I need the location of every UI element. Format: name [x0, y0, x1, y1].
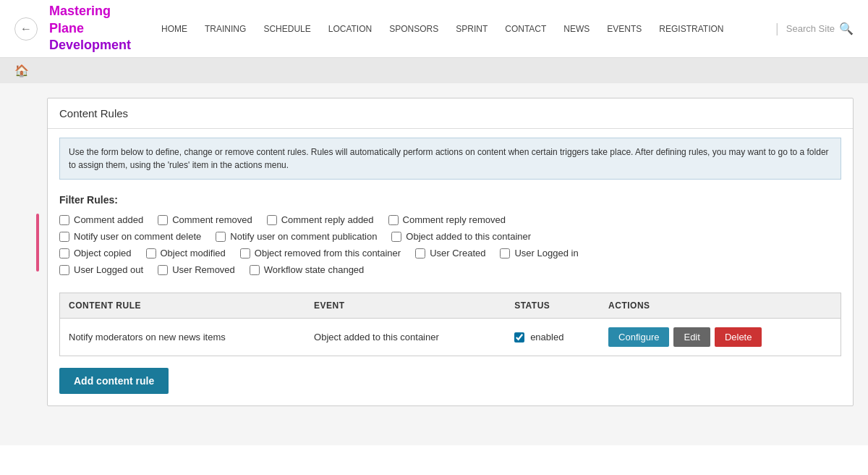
info-box: Use the form below to define, change or …	[59, 138, 841, 180]
checkbox-grid: Comment added Comment removed Comment re…	[59, 214, 841, 275]
nav-sprint[interactable]: SPRINT	[447, 24, 496, 34]
nav-registration[interactable]: REGISTRATION	[650, 24, 732, 34]
filter-rules-title: Filter Rules:	[59, 194, 841, 206]
logo: Mastering Plane Development	[49, 3, 131, 54]
table-row: Notify moderators on new news items Obje…	[60, 319, 841, 356]
filter-rules-section: Filter Rules: Comment added Comment remo…	[48, 188, 853, 287]
breadcrumb-bar: 🏠	[0, 58, 868, 83]
rule-status: enabled	[506, 319, 600, 356]
content-rules-box: Content Rules Use the form below to defi…	[47, 98, 854, 406]
nav-contact[interactable]: CONTACT	[496, 24, 555, 34]
nav-news[interactable]: NEWS	[555, 24, 598, 34]
col-event: EVENT	[305, 293, 506, 319]
search-area: | Search Site 🔍	[775, 21, 854, 36]
rule-name: Notify moderators on new news items	[60, 319, 305, 356]
page-body: Content Rules Use the form below to defi…	[47, 83, 868, 445]
rule-actions: Configure Edit Delete	[600, 319, 841, 356]
cb-workflow-state[interactable]: Workflow state changed	[250, 264, 365, 275]
cb-comment-added[interactable]: Comment added	[59, 214, 143, 225]
cb-comment-reply-removed[interactable]: Comment reply removed	[388, 214, 506, 225]
main-nav: HOME TRAINING SCHEDULE LOCATION SPONSORS…	[153, 24, 775, 34]
status-label: enabled	[530, 332, 563, 342]
rule-event: Object added to this container	[305, 319, 506, 356]
search-placeholder: Search Site	[786, 23, 835, 34]
add-content-rule-button[interactable]: Add content rule	[59, 368, 169, 394]
cb-object-added[interactable]: Object added to this container	[391, 231, 531, 242]
col-actions: ACTIONS	[600, 293, 841, 319]
checkbox-row-3: Object copied Object modified Object rem…	[59, 248, 841, 258]
cb-object-copied[interactable]: Object copied	[59, 248, 132, 258]
search-icon[interactable]: 🔍	[839, 22, 854, 35]
cb-notify-publication[interactable]: Notify user on comment publication	[216, 231, 377, 242]
cb-comment-removed[interactable]: Comment removed	[158, 214, 252, 225]
cb-object-modified[interactable]: Object modified	[146, 248, 226, 258]
checkbox-row-2: Notify user on comment delete Notify use…	[59, 231, 841, 242]
nav-location[interactable]: LOCATION	[320, 24, 380, 34]
nav-events[interactable]: EVENTS	[598, 24, 650, 34]
configure-button[interactable]: Configure	[608, 327, 669, 347]
delete-button[interactable]: Delete	[715, 327, 762, 347]
nav-training[interactable]: TRAINING	[196, 24, 255, 34]
back-button[interactable]: ←	[14, 17, 38, 41]
search-divider: |	[775, 21, 779, 36]
top-nav: ← Mastering Plane Development HOME TRAIN…	[0, 0, 868, 58]
nav-home[interactable]: HOME	[153, 24, 196, 34]
edit-button[interactable]: Edit	[673, 327, 710, 347]
cb-user-created[interactable]: User Created	[415, 248, 485, 258]
nav-sponsors[interactable]: SPONSORS	[380, 24, 447, 34]
content-rules-title: Content Rules	[48, 98, 853, 129]
rules-table: CONTENT RULE EVENT STATUS ACTIONS Notify…	[60, 293, 841, 356]
cb-user-logged-out[interactable]: User Logged out	[59, 264, 143, 275]
cb-user-removed[interactable]: User Removed	[158, 264, 235, 275]
accent-line	[36, 214, 39, 272]
checkbox-row-1: Comment added Comment removed Comment re…	[59, 214, 841, 225]
page-wrapper: Content Rules Use the form below to defi…	[0, 83, 868, 445]
col-status: STATUS	[506, 293, 600, 319]
home-icon[interactable]: 🏠	[14, 64, 29, 77]
col-content-rule: CONTENT RULE	[60, 293, 305, 319]
cb-object-removed[interactable]: Object removed from this container	[240, 248, 401, 258]
left-sidebar	[0, 83, 47, 445]
status-checkbox[interactable]	[514, 332, 524, 342]
nav-schedule[interactable]: SCHEDULE	[255, 24, 319, 34]
cb-user-logged-in[interactable]: User Logged in	[500, 248, 578, 258]
checkbox-row-4: User Logged out User Removed Workflow st…	[59, 264, 841, 275]
cb-notify-delete[interactable]: Notify user on comment delete	[59, 231, 201, 242]
cb-comment-reply-added[interactable]: Comment reply added	[267, 214, 374, 225]
rules-table-container: CONTENT RULE EVENT STATUS ACTIONS Notify…	[59, 293, 841, 356]
